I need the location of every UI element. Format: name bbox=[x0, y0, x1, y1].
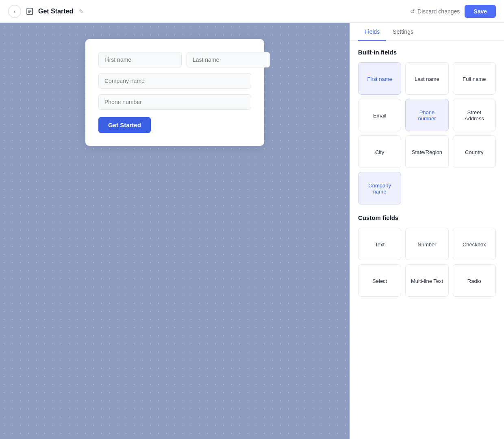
custom-section-title: Custom fields bbox=[358, 214, 496, 221]
back-button[interactable]: ‹ bbox=[8, 5, 21, 18]
header-right: ↺ Discard changes Save bbox=[410, 5, 496, 18]
discard-icon: ↺ bbox=[410, 8, 415, 15]
save-button[interactable]: Save bbox=[465, 5, 496, 18]
field-select[interactable]: Select bbox=[358, 264, 401, 297]
first-name-input[interactable] bbox=[98, 52, 182, 67]
field-text[interactable]: Text bbox=[358, 228, 401, 260]
page-title: Get Started bbox=[38, 8, 73, 15]
name-row bbox=[98, 52, 251, 67]
built-in-section-title: Built-In fields bbox=[358, 49, 496, 56]
back-icon: ‹ bbox=[14, 8, 16, 15]
form-card: Get Started bbox=[85, 39, 264, 146]
edit-icon[interactable]: ✎ bbox=[79, 8, 84, 15]
right-panel: Fields Settings Built-In fields First na… bbox=[350, 23, 504, 439]
field-last-name[interactable]: Last name bbox=[405, 62, 448, 95]
field-multiline-text[interactable]: Multi-line Text bbox=[405, 264, 448, 297]
form-submit-button[interactable]: Get Started bbox=[98, 117, 151, 133]
field-checkbox[interactable]: Checkbox bbox=[453, 228, 496, 260]
field-street-address[interactable]: Street Address bbox=[453, 99, 496, 131]
discard-button[interactable]: ↺ Discard changes bbox=[410, 8, 460, 15]
field-radio[interactable]: Radio bbox=[453, 264, 496, 297]
field-state-region[interactable]: State/Region bbox=[405, 135, 448, 168]
company-name-input[interactable] bbox=[98, 73, 251, 89]
built-in-fields-grid: First name Last name Full name Email Pho… bbox=[358, 62, 496, 204]
field-company-name[interactable]: Company name bbox=[358, 172, 401, 204]
field-country[interactable]: Country bbox=[453, 135, 496, 168]
field-phone-number[interactable]: Phone number bbox=[405, 99, 448, 131]
custom-fields-grid: Text Number Checkbox Select Multi-line T… bbox=[358, 228, 496, 297]
field-full-name[interactable]: Full name bbox=[453, 62, 496, 95]
field-city[interactable]: City bbox=[358, 135, 401, 168]
header-left: ‹ Get Started ✎ bbox=[8, 5, 84, 18]
discard-label: Discard changes bbox=[417, 8, 460, 15]
header: ‹ Get Started ✎ ↺ Discard changes Save bbox=[0, 0, 504, 23]
field-email[interactable]: Email bbox=[358, 99, 401, 131]
main-layout: Get Started Fields Settings Built-In fie… bbox=[0, 23, 504, 439]
tab-settings[interactable]: Settings bbox=[386, 23, 420, 41]
document-icon bbox=[25, 7, 34, 16]
canvas-area: Get Started bbox=[0, 23, 350, 439]
field-number[interactable]: Number bbox=[405, 228, 448, 260]
panel-tabs: Fields Settings bbox=[350, 23, 504, 41]
phone-number-input[interactable] bbox=[98, 94, 251, 110]
field-first-name[interactable]: First name bbox=[358, 62, 401, 95]
tab-fields[interactable]: Fields bbox=[358, 23, 386, 41]
panel-content: Built-In fields First name Last name Ful… bbox=[350, 41, 504, 439]
last-name-input[interactable] bbox=[187, 52, 270, 67]
